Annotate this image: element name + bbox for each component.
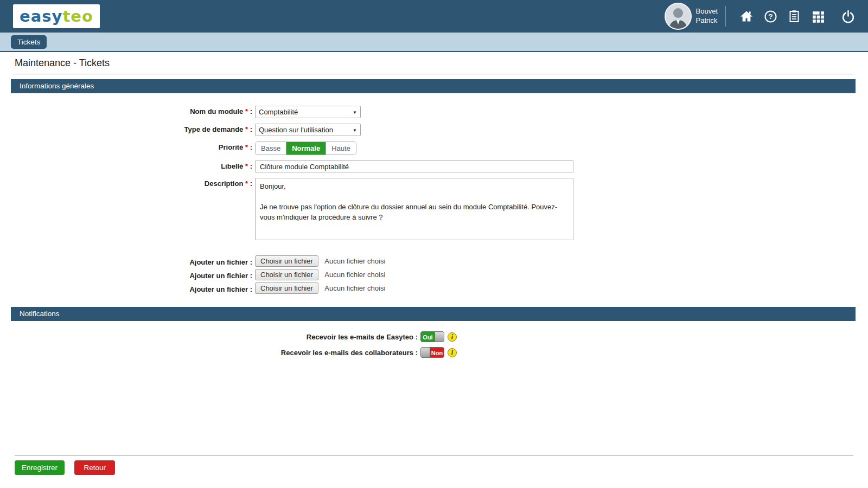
notif-row-easyteo: Recevoir les e-mails de Easyteo : Oui i: [0, 331, 868, 342]
form-row-module: Nom du module * : Comptabilité ▼: [0, 106, 868, 118]
title-input[interactable]: [255, 160, 573, 172]
form-row-description: Description * : Bonjour, Je ne trouve pa…: [0, 178, 868, 242]
easyteo-emails-toggle[interactable]: Oui: [420, 331, 444, 342]
info-icon[interactable]: i: [448, 332, 457, 342]
form-row-attachment-1: Ajouter un fichier : Choisir un fichier …: [0, 255, 868, 267]
power-icon[interactable]: [841, 9, 855, 23]
top-header: easyteo Bouvet Patrick: [0, 0, 868, 33]
sub-navigation: Tickets: [0, 33, 868, 52]
tab-tickets[interactable]: Tickets: [11, 35, 47, 49]
easyteo-logo[interactable]: easyteo: [13, 4, 100, 28]
module-label: Nom du module * :: [0, 106, 252, 115]
page-title: Maintenance - Tickets: [15, 57, 853, 69]
attachments-block: Ajouter un fichier : Choisir un fichier …: [0, 255, 868, 294]
main-content: Maintenance - Tickets Informations génér…: [0, 52, 868, 455]
user-name-line2: Patrick: [696, 16, 718, 25]
page-footer: Enregistrer Retour: [0, 455, 868, 488]
description-label: Description * :: [0, 178, 252, 188]
notifications-block: Recevoir les e-mails de Easyteo : Oui i …: [0, 331, 868, 358]
choose-file-button-1[interactable]: Choisir un fichier: [255, 255, 318, 267]
header-divider: [725, 6, 726, 27]
form-row-attachment-3: Ajouter un fichier : Choisir un fichier …: [0, 282, 868, 294]
easyteo-emails-label: Recevoir les e-mails de Easyteo :: [0, 333, 418, 341]
description-textarea[interactable]: Bonjour, Je ne trouve pas l'option de cl…: [255, 178, 573, 240]
required-marker: *: [245, 162, 248, 170]
save-button[interactable]: Enregistrer: [15, 460, 65, 475]
choose-file-button-3[interactable]: Choisir un fichier: [255, 282, 318, 294]
toggle-knob: [435, 332, 444, 342]
attachment-label: Ajouter un fichier :: [0, 270, 252, 280]
toggle-state-label: Oui: [421, 332, 435, 342]
required-marker: *: [245, 107, 248, 115]
file-status-3: Aucun fichier choisi: [324, 284, 385, 292]
title-divider: [15, 74, 853, 74]
file-status-1: Aucun fichier choisi: [324, 257, 385, 265]
request-type-label: Type de demande * :: [0, 124, 252, 133]
logo-text-teo: teo: [62, 7, 93, 25]
attachment-label: Ajouter un fichier :: [0, 256, 252, 266]
ticket-form: Nom du module * : Comptabilité ▼ Type de…: [0, 106, 868, 294]
apps-grid-icon[interactable]: [811, 9, 825, 23]
user-name[interactable]: Bouvet Patrick: [696, 7, 718, 25]
priority-option-haute[interactable]: Haute: [326, 142, 356, 155]
info-icon[interactable]: i: [448, 348, 457, 357]
required-marker: *: [245, 143, 248, 151]
section-header-general: Informations générales: [11, 79, 856, 93]
priority-label: Priorité * :: [0, 142, 252, 151]
required-marker: *: [245, 125, 248, 133]
avatar[interactable]: [665, 3, 692, 30]
footer-divider: [15, 455, 853, 455]
section-header-notifications: Notifications: [11, 307, 856, 321]
required-marker: *: [245, 179, 248, 188]
help-icon[interactable]: ?: [763, 9, 777, 23]
form-row-attachment-2: Ajouter un fichier : Choisir un fichier …: [0, 269, 868, 280]
choose-file-button-2[interactable]: Choisir un fichier: [255, 269, 318, 280]
notif-row-collaborators: Recevoir les e-mails des collaborateurs …: [0, 347, 868, 358]
collaborators-emails-label: Recevoir les e-mails des collaborateurs …: [0, 349, 418, 357]
request-type-select[interactable]: Question sur l'utilisation: [255, 124, 361, 136]
form-row-priority: Priorité * : Basse Normale Haute: [0, 142, 868, 155]
collaborators-emails-toggle[interactable]: Non: [420, 347, 444, 358]
home-icon[interactable]: [739, 9, 754, 23]
toggle-knob: [421, 348, 430, 357]
attachment-label: Ajouter un fichier :: [0, 284, 252, 293]
title-label: Libellé * :: [0, 160, 252, 170]
logo-text-easy: easy: [20, 7, 62, 25]
file-status-2: Aucun fichier choisi: [324, 271, 385, 279]
back-button[interactable]: Retour: [74, 460, 115, 475]
form-row-request-type: Type de demande * : Question sur l'utili…: [0, 124, 868, 136]
priority-option-basse[interactable]: Basse: [256, 142, 286, 155]
module-select[interactable]: Comptabilité: [255, 106, 361, 118]
svg-text:?: ?: [768, 12, 773, 21]
toggle-state-label: Non: [430, 348, 444, 357]
user-name-line1: Bouvet: [696, 7, 718, 16]
priority-segmented-control: Basse Normale Haute: [255, 142, 356, 155]
priority-option-normale[interactable]: Normale: [286, 142, 326, 155]
avatar-silhouette: [666, 4, 691, 29]
notes-icon[interactable]: [787, 9, 801, 23]
form-row-title: Libellé * :: [0, 160, 868, 172]
